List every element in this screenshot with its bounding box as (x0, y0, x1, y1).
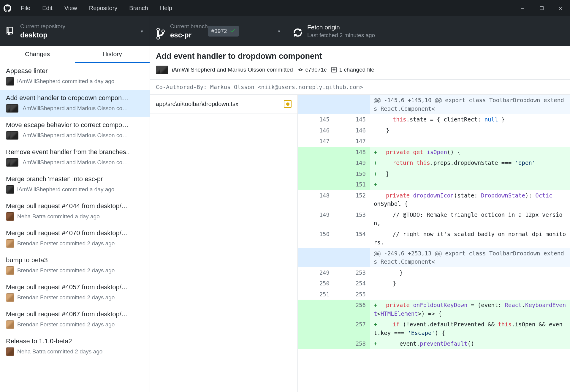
commit-list[interactable]: Appease linteriAmWillShepherd committed … (0, 63, 150, 392)
commit-avatars (6, 185, 14, 194)
commit-avatars (6, 347, 14, 356)
commit-item[interactable]: Add event handler to dropdown compon…iAm… (0, 90, 150, 117)
line-num-old (298, 248, 334, 267)
commit-item[interactable]: Merge pull request #4044 from desktop/…N… (0, 198, 150, 225)
commit-avatars (6, 131, 18, 140)
commit-byline: iAmWillShepherd and Markus Olsson co… (21, 105, 144, 112)
commit-avatars (6, 158, 18, 167)
line-num-old (298, 338, 334, 349)
minimize-button[interactable] (520, 6, 525, 11)
line-num-old (298, 147, 334, 158)
diff-code: this.state = { clientRect: null } (370, 114, 570, 125)
line-num-new: 152 (334, 190, 370, 209)
diff-line: 147147 (298, 136, 570, 147)
diff-line: 149153 // @TODO: Remake triangle octicon… (298, 209, 570, 229)
commit-avatars (6, 104, 18, 113)
branch-dropdown[interactable]: Current branch esc-pr #3972 ▾ (150, 16, 287, 46)
file-row[interactable]: app\src\ui\toolbar\dropdown.tsx (150, 95, 297, 113)
author-avatars (156, 66, 168, 74)
commit-item[interactable]: Appease linteriAmWillShepherd committed … (0, 63, 150, 90)
diff-code: + } (370, 168, 570, 179)
diff-code: + private onFoldoutKeyDown = (event: Rea… (370, 300, 570, 319)
titlebar: FileEditViewRepositoryBranchHelp (0, 0, 570, 16)
diff-line: 151+ (298, 179, 570, 190)
file-path: app\src\ui\toolbar\dropdown.tsx (156, 101, 238, 108)
diff-line: 256+ private onFoldoutKeyDown = (event: … (298, 300, 570, 319)
line-num-old (298, 319, 334, 338)
sha-text: c79e71c (305, 67, 327, 73)
line-num-old: 149 (298, 209, 334, 229)
tab-changes[interactable]: Changes (0, 46, 75, 63)
diff-code: // right now it's scaled badly on normal… (370, 229, 570, 248)
line-num-old: 147 (298, 136, 334, 147)
commit-item[interactable]: Move escape behavior to correct compo…iA… (0, 117, 150, 144)
diff-line: 150154 // right now it's scaled badly on… (298, 229, 570, 248)
pr-badge: #3972 (208, 26, 239, 37)
commit-item-title: Merge pull request #4057 from desktop/… (6, 283, 144, 291)
menu-edit[interactable]: Edit (36, 5, 58, 12)
avatar (6, 266, 14, 275)
commit-byline: iAmWillShepherd and Markus Olsson commit… (172, 67, 293, 73)
avatar (6, 77, 14, 86)
menu-repository[interactable]: Repository (83, 5, 124, 12)
avatar (6, 212, 14, 221)
diff-code: + (370, 179, 570, 190)
pr-number: #3972 (211, 28, 227, 34)
changed-file-list: app\src\ui\toolbar\dropdown.tsx (150, 95, 298, 392)
commit-item[interactable]: Remove event handler from the branches..… (0, 144, 150, 171)
commit-item-title: bump to beta3 (6, 256, 144, 264)
maximize-button[interactable] (539, 6, 544, 11)
commit-item[interactable]: Release to 1.1.0-beta2Neha Batra committ… (0, 333, 150, 360)
diff-view[interactable]: @@ -145,6 +145,10 @@ export class Toolba… (298, 95, 570, 392)
commit-item[interactable]: Merge pull request #4057 from desktop/…B… (0, 279, 150, 306)
close-button[interactable] (558, 6, 563, 11)
commit-item[interactable]: Merge pull request #4070 from desktop/…B… (0, 225, 150, 252)
line-num-old: 249 (298, 267, 334, 278)
line-num-new: 153 (334, 209, 370, 229)
commit-sha[interactable]: c79e71c (298, 67, 327, 73)
diff-code: + return this.props.dropdownState === 'o… (370, 157, 570, 168)
avatar (10, 104, 18, 113)
menu-file[interactable]: File (15, 5, 36, 12)
diff-line: 146146 } (298, 125, 570, 136)
commit-detail: Add event handler to dropdown component … (150, 46, 570, 392)
commit-item-title: Release to 1.1.0-beta2 (6, 337, 144, 345)
repo-name: desktop (20, 31, 65, 39)
line-num-old: 145 (298, 114, 334, 125)
line-num-old (298, 95, 334, 114)
diff-code: + event.preventDefault() (370, 338, 570, 349)
diff-code: private dropdownIcon(state: DropdownStat… (370, 190, 570, 209)
line-num-new: 253 (334, 267, 370, 278)
tab-history[interactable]: History (75, 46, 150, 63)
commit-byline: iAmWillShepherd and Markus Olsson co… (21, 159, 144, 166)
menu-branch[interactable]: Branch (123, 5, 154, 12)
diff-line: 257+ if (!event.defaultPrevented && this… (298, 319, 570, 338)
line-num-new: 258 (334, 338, 370, 349)
diff-code: } (370, 125, 570, 136)
commit-avatars (6, 239, 14, 248)
line-num-old: 251 (298, 289, 334, 300)
line-num-new: 145 (334, 114, 370, 125)
branch-name: esc-pr (170, 31, 208, 39)
commit-item[interactable]: bump to beta3Brendan Forster committed 2… (0, 252, 150, 279)
sidebar: Changes History Appease linteriAmWillShe… (0, 46, 150, 392)
commit-avatars (6, 293, 14, 302)
changed-files[interactable]: 1 changed file (331, 67, 374, 73)
fetch-button[interactable]: Fetch origin Last fetched 2 minutes ago (287, 16, 424, 46)
commit-item[interactable]: Merge pull request #4067 from desktop/…B… (0, 306, 150, 333)
github-icon (4, 4, 15, 12)
commit-item-title: Merge pull request #4067 from desktop/… (6, 310, 144, 318)
commit-item[interactable]: Merge branch 'master' into esc-priAmWill… (0, 171, 150, 198)
avatar (6, 185, 14, 194)
chevron-down-icon: ▾ (278, 29, 280, 34)
diff-code (370, 136, 570, 147)
files-text: 1 changed file (339, 67, 374, 73)
diff-line: 258+ event.preventDefault() (298, 338, 570, 349)
repo-dropdown[interactable]: Current repository desktop ▾ (0, 16, 150, 46)
commit-item-title: Merge pull request #4070 from desktop/… (6, 229, 144, 237)
diff-line: 249253 } (298, 267, 570, 278)
menu-help[interactable]: Help (154, 5, 178, 12)
chevron-down-icon: ▾ (141, 29, 143, 34)
menu-view[interactable]: View (58, 5, 83, 12)
diff-line: @@ -249,6 +253,13 @@ export class Toolba… (298, 248, 570, 267)
